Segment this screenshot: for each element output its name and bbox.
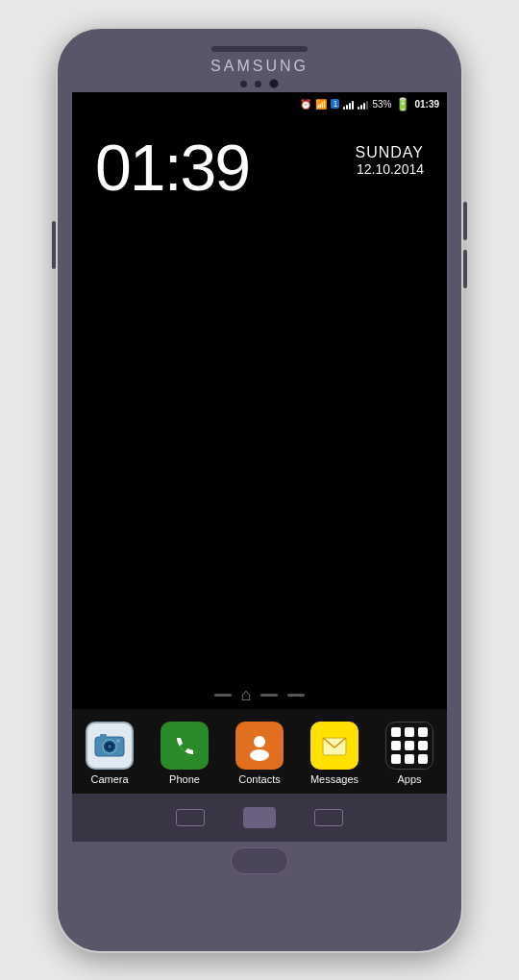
dock-item-apps[interactable]: Apps	[376, 722, 443, 785]
page-indicators: ⌂	[72, 685, 447, 705]
physical-home-button[interactable]	[231, 847, 288, 874]
bottom-nav-bar	[72, 794, 447, 842]
day-name: SUNDAY	[356, 144, 425, 161]
svg-point-9	[250, 749, 269, 761]
date-string: 12.10.2014	[356, 161, 425, 177]
main-clock: 01:39	[95, 135, 249, 200]
app-dock: Camera Phone	[72, 709, 447, 794]
phone-device: SAMSUNG ⏰ 📶 1	[58, 29, 461, 951]
apps-grid-dot-3	[418, 727, 428, 737]
svg-point-5	[116, 739, 120, 743]
apps-grid-dot-7	[391, 754, 401, 764]
volume-down-button[interactable]	[463, 250, 467, 288]
screen[interactable]: ⏰ 📶 1 53% 🔋 01:39	[72, 92, 447, 794]
messages-app-icon[interactable]	[310, 722, 358, 770]
speaker-grill	[211, 46, 308, 52]
dock-item-phone[interactable]: Phone	[151, 722, 218, 785]
camera-label: Camera	[90, 773, 128, 785]
apps-grid-dot-9	[418, 754, 428, 764]
date-area: SUNDAY 12.10.2014	[356, 135, 425, 177]
svg-point-8	[254, 736, 265, 747]
contacts-label: Contacts	[238, 773, 280, 785]
apps-grid-dot-2	[405, 727, 414, 737]
dock-item-contacts[interactable]: Contacts	[226, 722, 293, 785]
sim-icon: 1	[331, 99, 339, 109]
indicator-dot-1	[214, 694, 232, 697]
apps-label: Apps	[397, 773, 421, 785]
clock-area: 01:39 SUNDAY 12.10.2014	[72, 115, 447, 200]
messages-label: Messages	[310, 773, 358, 785]
volume-up-button[interactable]	[463, 202, 467, 240]
back-button[interactable]	[176, 809, 205, 826]
brand-label: SAMSUNG	[210, 58, 309, 75]
dock-item-messages[interactable]: Messages	[301, 722, 368, 785]
sensors-row	[240, 79, 279, 88]
signal-bar-1	[343, 98, 354, 110]
home-button[interactable]	[243, 807, 276, 828]
status-time: 01:39	[414, 99, 439, 110]
phone-label: Phone	[169, 773, 200, 785]
indicator-dot-3	[287, 694, 305, 697]
camera-app-icon[interactable]	[86, 722, 134, 770]
apps-grid-dot-1	[391, 727, 401, 737]
front-camera	[269, 79, 279, 88]
dock-item-camera[interactable]: Camera	[76, 722, 143, 785]
apps-app-icon[interactable]	[385, 722, 433, 770]
apps-grid	[391, 727, 428, 764]
home-indicator-icon: ⌂	[241, 685, 252, 705]
sensor-dot-1	[240, 81, 247, 87]
apps-grid-dot-4	[391, 741, 401, 750]
phone-app-icon[interactable]	[161, 722, 209, 770]
apps-grid-dot-8	[405, 754, 414, 764]
alarm-icon: ⏰	[300, 99, 311, 110]
contacts-app-icon[interactable]	[235, 722, 284, 770]
battery-percent: 53%	[372, 99, 391, 110]
sensor-dot-2	[255, 81, 261, 87]
apps-grid-dot-6	[418, 741, 428, 750]
status-bar: ⏰ 📶 1 53% 🔋 01:39	[72, 92, 447, 115]
apps-grid-dot-5	[405, 741, 414, 750]
indicator-dot-2	[260, 694, 278, 697]
svg-rect-4	[100, 734, 107, 738]
wifi-icon: 📶	[315, 99, 327, 110]
signal-bar-2	[358, 98, 368, 110]
svg-rect-6	[169, 730, 200, 761]
recent-apps-button[interactable]	[314, 809, 343, 826]
svg-point-3	[108, 745, 111, 748]
power-button[interactable]	[52, 221, 56, 269]
battery-icon: 🔋	[395, 97, 410, 111]
